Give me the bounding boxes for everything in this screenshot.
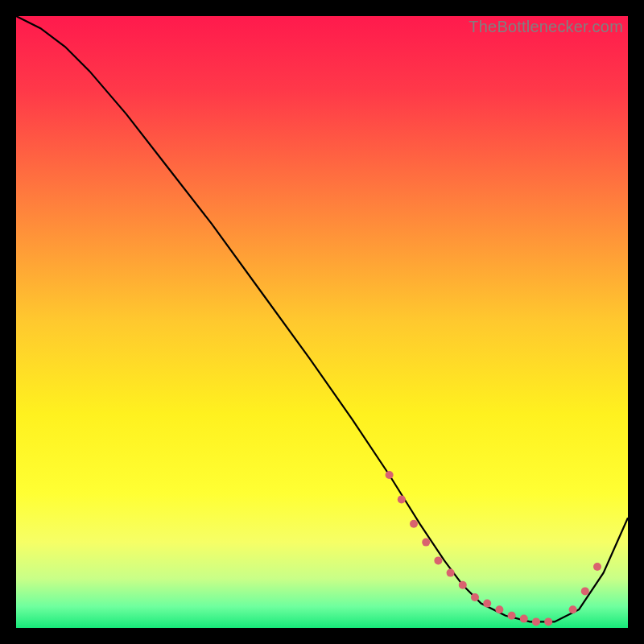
data-point xyxy=(520,615,528,623)
data-point xyxy=(386,471,394,479)
chart-svg xyxy=(16,16,628,628)
data-point xyxy=(581,587,589,595)
data-point xyxy=(495,605,503,613)
watermark-text: TheBottlenecker.com xyxy=(469,18,623,36)
data-point xyxy=(593,563,601,571)
data-point xyxy=(434,556,442,564)
chart-frame: TheBottlenecker.com xyxy=(16,16,628,628)
data-point xyxy=(483,600,491,608)
gradient-bg xyxy=(16,16,628,628)
data-point xyxy=(422,539,430,547)
data-point xyxy=(544,617,552,625)
data-point xyxy=(508,612,516,620)
data-point xyxy=(569,605,577,613)
data-point xyxy=(447,569,455,577)
data-point xyxy=(532,617,540,625)
data-point xyxy=(410,520,418,528)
data-point xyxy=(459,581,467,589)
data-point xyxy=(471,593,479,601)
data-point xyxy=(398,495,406,503)
